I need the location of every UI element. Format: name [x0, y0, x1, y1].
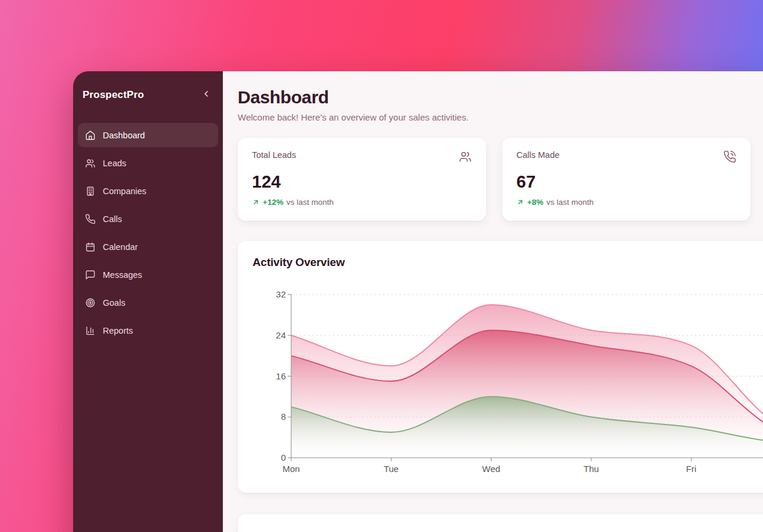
- stat-card-calls-made: Calls Made 67 +8% vs last month: [502, 138, 751, 221]
- y-axis-tick-label: 8: [281, 411, 286, 422]
- sidebar-collapse-button[interactable]: [200, 88, 212, 102]
- sidebar-item-label: Calls: [103, 214, 122, 224]
- x-axis-tick-label: Mon: [282, 464, 299, 474]
- sidebar-item-reports[interactable]: Reports: [78, 318, 218, 343]
- trend-up-icon: [516, 198, 524, 206]
- y-axis-tick-label: 32: [276, 289, 286, 299]
- trend-note: vs last month: [546, 198, 594, 207]
- phone-call-icon: [723, 150, 736, 163]
- sidebar-item-calendar[interactable]: Calendar: [78, 235, 218, 259]
- sidebar-item-goals[interactable]: Goals: [78, 290, 218, 315]
- sidebar-item-label: Messages: [103, 270, 142, 280]
- x-axis-tick-label: Tue: [384, 464, 399, 474]
- activity-overview-card: Activity Overview 08162432MonTueWedThuFr…: [238, 241, 763, 493]
- sidebar: ProspectPro Dashboard Leads Companies: [73, 71, 223, 532]
- sidebar-header: ProspectPro: [83, 88, 212, 102]
- x-axis-tick-label: Thu: [584, 464, 599, 474]
- page-title: Dashboard: [238, 87, 763, 108]
- trend-note: vs last month: [286, 198, 334, 207]
- trend-up-icon: [252, 198, 260, 206]
- building-icon: [85, 186, 96, 197]
- stat-label: Calls Made: [516, 150, 560, 160]
- chart-title: Activity Overview: [253, 255, 763, 269]
- sidebar-item-leads[interactable]: Leads: [78, 151, 218, 175]
- calendar-icon: [85, 242, 96, 252]
- stat-trend: +8% vs last month: [516, 198, 736, 207]
- activity-chart: 08162432MonTueWedThuFriSatSun: [253, 282, 763, 479]
- phone-icon: [85, 214, 96, 224]
- trend-percent: +8%: [527, 198, 543, 207]
- sidebar-item-label: Leads: [103, 159, 127, 168]
- stat-label: Total Leads: [252, 150, 296, 160]
- bar-chart-icon: [85, 325, 96, 336]
- sidebar-item-label: Dashboard: [103, 131, 145, 140]
- sidebar-item-label: Calendar: [103, 242, 138, 252]
- sidebar-item-dashboard[interactable]: Dashboard: [78, 123, 218, 147]
- stats-row: Total Leads 124 +12% vs last month Calls…: [238, 138, 763, 221]
- area-chart-svg: 08162432MonTueWedThuFriSatSun: [253, 282, 763, 479]
- stat-card-total-leads: Total Leads 124 +12% vs last month: [238, 138, 486, 221]
- y-axis-tick-label: 16: [276, 371, 286, 381]
- main-content: Dashboard Welcome back! Here's an overvi…: [223, 71, 763, 532]
- stat-value: 67: [516, 173, 736, 191]
- sidebar-item-companies[interactable]: Companies: [78, 179, 218, 203]
- brand-logo: ProspectPro: [83, 89, 144, 101]
- house-icon: [85, 130, 96, 141]
- stat-trend: +12% vs last month: [252, 198, 472, 207]
- y-axis-tick-label: 24: [276, 330, 286, 340]
- sidebar-item-messages[interactable]: Messages: [78, 262, 218, 287]
- stat-value: 124: [252, 173, 472, 191]
- sidebar-item-label: Companies: [103, 186, 146, 196]
- target-icon: [85, 297, 96, 308]
- y-axis-tick-label: 0: [281, 452, 286, 463]
- partial-bottom-card: [238, 514, 763, 532]
- sidebar-item-calls[interactable]: Calls: [78, 207, 218, 231]
- users-icon: [459, 150, 472, 163]
- x-axis-tick-label: Fri: [686, 464, 696, 474]
- users-icon: [85, 158, 96, 169]
- app-window: ProspectPro Dashboard Leads Companies: [73, 71, 763, 532]
- sidebar-item-label: Goals: [103, 298, 125, 308]
- message-square-icon: [85, 270, 96, 280]
- chevron-left-icon: [201, 89, 211, 100]
- sidebar-item-label: Reports: [103, 326, 133, 335]
- x-axis-tick-label: Wed: [482, 464, 500, 474]
- trend-percent: +12%: [263, 198, 283, 207]
- page-subtitle: Welcome back! Here's an overview of your…: [238, 112, 763, 122]
- sidebar-nav: Dashboard Leads Companies Calls Calendar…: [78, 123, 218, 343]
